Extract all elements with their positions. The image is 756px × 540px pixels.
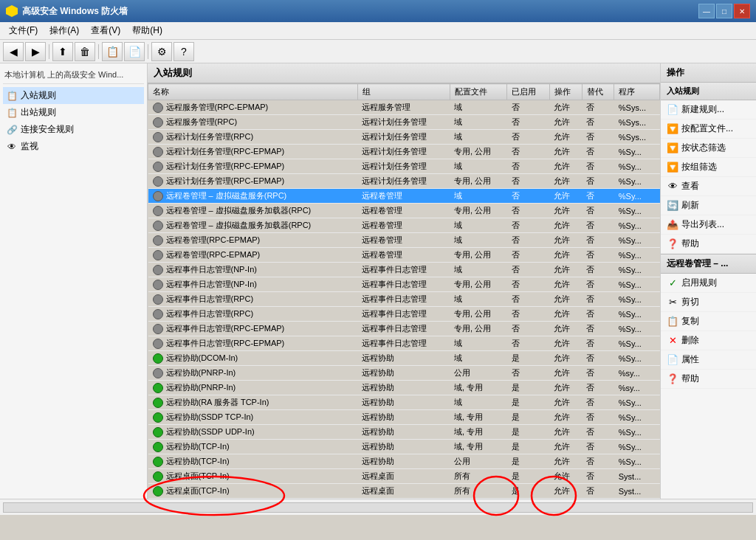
help-button[interactable]: ? [173, 42, 194, 61]
col-group[interactable]: 组 [357, 84, 450, 100]
maximize-button[interactable]: □ [716, 4, 732, 18]
action-export[interactable]: 📤 导出列表... [661, 215, 756, 235]
sidebar-item-outbound[interactable]: 📋 出站规则 [3, 104, 144, 121]
table-row[interactable]: 远程桌面(TCP-In) 远程桌面 所有 是 允许 否 Syst... [148, 484, 660, 499]
action-refresh-label: 刷新 [681, 199, 699, 212]
cell-name: 远程协助(TCP-In) [148, 440, 358, 454]
action-new-rule[interactable]: 📄 新建规则... [661, 100, 756, 120]
action-filter-profile[interactable]: 🔽 按配置文件... [661, 120, 756, 139]
table-row[interactable]: 远程计划任务管理(RPC-EPMAP) 远程计划任务管理 域 否 允许 否 %S… [148, 159, 660, 174]
table-row[interactable]: 远程卷管理(RPC-EPMAP) 远程卷管理 专用, 公用 否 允许 否 %Sy… [148, 248, 660, 263]
status-scrollbar[interactable] [3, 502, 753, 513]
cut-icon: ✂ [667, 297, 678, 308]
col-enabled[interactable]: 已启用 [507, 84, 550, 100]
table-row[interactable]: 远程服务管理(RPC-EPMAP) 远程服务管理 域 否 允许 否 %Sys..… [148, 100, 660, 115]
cell-override: 否 [582, 218, 614, 233]
table-row[interactable]: 远程协助(DCOM-In) 远程协助 域 是 允许 否 %Sy... [148, 351, 660, 366]
cell-action: 允许 [549, 174, 582, 189]
col-name[interactable]: 名称 [148, 84, 358, 100]
table-row[interactable]: 远程卷管理 – 虚拟磁盘服务加载器(RPC) 远程卷管理 域 否 允许 否 %S… [148, 218, 660, 233]
col-override[interactable]: 替代 [582, 84, 614, 100]
menu-file[interactable]: 文件(F) [3, 23, 44, 38]
action-view[interactable]: 👁 查看 [661, 177, 756, 196]
cell-action: 允许 [549, 204, 582, 218]
paste-button[interactable]: 📄 [124, 42, 145, 61]
table-row[interactable]: 远程事件日志管理(RPC) 远程事件日志管理 域 否 允许 否 %Sy... [148, 292, 660, 307]
action-filter-profile-label: 按配置文件... [681, 122, 733, 135]
cell-profile: 专用, 公用 [450, 277, 507, 292]
cell-override: 否 [582, 336, 614, 351]
cell-action: 允许 [549, 469, 582, 484]
action-help-main[interactable]: ❓ 帮助 [661, 235, 756, 254]
table-row[interactable]: 远程卷管理 – 虚拟磁盘服务加载器(RPC) 远程卷管理 专用, 公用 否 允许… [148, 204, 660, 218]
table-row[interactable]: 远程服务管理(RPC) 远程计划任务管理 域 否 允许 否 %Sys... [148, 115, 660, 130]
table-row[interactable]: 远程事件日志管理(NP-In) 远程事件日志管理 域 否 允许 否 %Sy... [148, 263, 660, 277]
table-row[interactable]: 远程协助(TCP-In) 远程协助 域, 专用 是 允许 否 %Sy... [148, 440, 660, 454]
sidebar-item-connection-security[interactable]: 🔗 连接安全规则 [3, 121, 144, 138]
up-button[interactable]: ⬆ [52, 42, 73, 61]
table-row[interactable]: 远程事件日志管理(RPC-EPMAP) 远程事件日志管理 域 否 允许 否 %S… [148, 336, 660, 351]
table-row[interactable]: 远程事件日志管理(RPC-EPMAP) 远程事件日志管理 专用, 公用 否 允许… [148, 322, 660, 336]
menu-view[interactable]: 查看(V) [85, 23, 126, 38]
cell-override: 否 [582, 440, 614, 454]
cell-override: 否 [582, 189, 614, 204]
table-row[interactable]: 远程计划任务管理(RPC) 远程计划任务管理 域 否 允许 否 %Sys... [148, 130, 660, 145]
col-profile[interactable]: 配置文件 [450, 84, 507, 100]
cell-enabled: 否 [507, 366, 550, 381]
table-row[interactable]: 远程计划任务管理(RPC-EPMAP) 远程计划任务管理 专用, 公用 否 允许… [148, 174, 660, 189]
table-row[interactable]: 远程协助(TCP-In) 远程协助 公用 是 允许 否 %Sy... [148, 454, 660, 469]
table-row[interactable]: 远程卷管理 – 虚拟磁盘服务(RPC) 远程卷管理 域 否 允许 否 %Sy..… [148, 189, 660, 204]
cell-program: %Sy... [614, 410, 660, 425]
properties-button[interactable]: ⚙ [151, 42, 172, 61]
cell-override: 否 [582, 263, 614, 277]
cell-action: 允许 [549, 322, 582, 336]
action-filter-status[interactable]: 🔽 按状态筛选 [661, 139, 756, 158]
table-row[interactable]: 远程协助(PNRP-In) 远程协助 公用 否 允许 否 %sy... [148, 366, 660, 381]
table-row[interactable]: 远程计划任务管理(RPC-EPMAP) 远程计划任务管理 专用, 公用 否 允许… [148, 145, 660, 159]
delete-button[interactable]: 🗑 [75, 42, 95, 61]
cell-profile: 公用 [450, 454, 507, 469]
col-program[interactable]: 程序 [614, 84, 660, 100]
cell-profile: 专用, 公用 [450, 145, 507, 159]
col-action[interactable]: 操作 [549, 84, 582, 100]
table-row[interactable]: 远程协助(SSDP UDP-In) 远程协助 域, 专用 是 允许 否 %Sy.… [148, 425, 660, 440]
cell-group: 远程计划任务管理 [357, 159, 450, 174]
table-container[interactable]: 名称 组 配置文件 已启用 操作 替代 程序 远程服务管理(RPC-EPMAP) [148, 83, 660, 499]
cell-enabled: 是 [507, 395, 550, 410]
cell-name: 远程事件日志管理(RPC-EPMAP) [148, 322, 358, 336]
action-help-sub[interactable]: ❓ 帮助 [661, 370, 756, 389]
action-cut[interactable]: ✂ 剪切 [661, 293, 756, 312]
action-delete[interactable]: ✕ 删除 [661, 331, 756, 350]
action-filter-group[interactable]: 🔽 按组筛选 [661, 158, 756, 177]
cell-override: 否 [582, 292, 614, 307]
table-row[interactable]: 远程协助(PNRP-In) 远程协助 域, 专用 是 允许 否 %sy... [148, 381, 660, 395]
status-dot [153, 427, 163, 437]
cell-group: 远程计划任务管理 [357, 115, 450, 130]
action-enable-rule[interactable]: ✓ 启用规则 [661, 274, 756, 293]
title-bar-controls: — □ ✕ [698, 4, 750, 18]
minimize-button[interactable]: — [698, 4, 715, 18]
forward-button[interactable]: ▶ [25, 42, 46, 61]
cell-action: 允许 [549, 454, 582, 469]
action-copy[interactable]: 📋 复制 [661, 312, 756, 331]
status-dot [153, 383, 163, 393]
table-row[interactable]: 远程卷管理(RPC-EPMAP) 远程卷管理 域 否 允许 否 %Sy... [148, 233, 660, 248]
menu-help[interactable]: 帮助(H) [126, 23, 168, 38]
action-properties[interactable]: 📄 属性 [661, 350, 756, 370]
table-row[interactable]: 远程协助(RA 服务器 TCP-In) 远程协助 域 是 允许 否 %Sy... [148, 395, 660, 410]
toolbar-separator-3 [148, 44, 148, 59]
cell-program: %Sy... [614, 307, 660, 322]
copy-button[interactable]: 📋 [102, 42, 123, 61]
back-button[interactable]: ◀ [3, 42, 24, 61]
menu-action[interactable]: 操作(A) [44, 23, 85, 38]
sidebar-item-monitor[interactable]: 👁 监视 [3, 138, 144, 155]
table-row[interactable]: 远程协助(SSDP TCP-In) 远程协助 域, 专用 是 允许 否 %Sy.… [148, 410, 660, 425]
action-refresh[interactable]: 🔄 刷新 [661, 196, 756, 215]
cell-program: %Sys... [614, 115, 660, 130]
table-row[interactable]: 远程桌面(TCP-In) 远程桌面 所有 是 允许 否 Syst... [148, 469, 660, 484]
sidebar-item-inbound[interactable]: 📋 入站规则 [3, 87, 144, 104]
close-button[interactable]: ✕ [734, 4, 750, 18]
table-row[interactable]: 远程事件日志管理(RPC) 远程事件日志管理 专用, 公用 否 允许 否 %Sy… [148, 307, 660, 322]
table-row[interactable]: 远程事件日志管理(NP-In) 远程事件日志管理 专用, 公用 否 允许 否 %… [148, 277, 660, 292]
cell-override: 否 [582, 425, 614, 440]
